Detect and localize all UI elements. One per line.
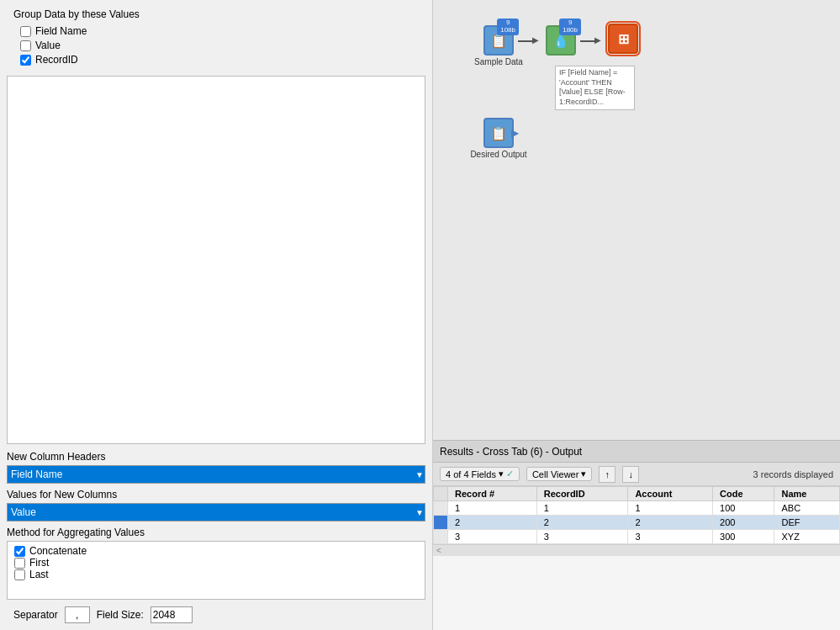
checkbox-recordid-input[interactable]	[20, 55, 31, 66]
table-cell-recordID: 1	[536, 501, 628, 516]
sort-up-icon: ↑	[605, 469, 610, 479]
cell-viewer-text: Cell Viewer	[532, 469, 578, 479]
horizontal-scrollbar[interactable]: <	[433, 544, 840, 556]
desired-output-label: Desired Output	[470, 150, 526, 159]
new-column-headers-select-wrapper: Field Name ▼	[7, 465, 425, 484]
separator-label: Separator	[13, 609, 58, 621]
sort-down-icon: ↓	[629, 469, 634, 479]
scroll-left: <	[436, 546, 441, 555]
first-checkbox[interactable]	[14, 558, 25, 569]
canvas-area[interactable]: 📋 9108b Sample Data ▶ 💧 9180b ▶ ⊞	[433, 0, 840, 440]
table-row[interactable]: 111100ABC	[434, 501, 840, 516]
formula-text: IF [Field Name] = 'Account' THEN [Value]…	[559, 68, 626, 106]
results-toolbar: 4 of 4 Fields ▾ ✓ Cell Viewer ▾ ↑ ↓ 3 re…	[433, 463, 840, 486]
checkbox-value-input[interactable]	[20, 40, 31, 51]
table-cell-name: XYZ	[774, 530, 840, 544]
cell-viewer-arrow: ▾	[581, 469, 586, 479]
row-indicator	[434, 516, 448, 530]
new-column-headers-label: New Column Headers	[7, 451, 425, 463]
results-section: 4 of 4 Fields ▾ ✓ Cell Viewer ▾ ↑ ↓ 3 re…	[433, 462, 840, 630]
col-recordid: RecordID	[536, 487, 628, 501]
table-body: 111100ABC222200DEF333300XYZ	[434, 501, 840, 544]
fields-dropdown-icon: ▾	[499, 469, 504, 479]
filter-node[interactable]: 💧 9180b	[536, 25, 586, 57]
first-label: First	[29, 557, 49, 569]
separator-input[interactable]	[65, 606, 90, 623]
table-cell-num: 2	[448, 516, 537, 530]
cross-tab-icon: ⊞	[618, 31, 629, 47]
fields-text: 4 of 4 Fields	[446, 469, 496, 479]
last-checkbox[interactable]	[14, 569, 25, 580]
records-info: 3 records displayed	[753, 469, 833, 479]
concatenate-option[interactable]: Concatenate	[14, 545, 418, 557]
row-indicator	[434, 501, 448, 516]
group-data-values-area	[7, 76, 425, 444]
new-column-headers-row: New Column Headers Field Name ▼	[7, 451, 425, 484]
table-cell-recordID: 2	[536, 516, 628, 530]
row-indicator	[434, 530, 448, 544]
col-account: Account	[628, 487, 713, 501]
table-cell-account: 3	[628, 530, 713, 544]
table-row[interactable]: 222200DEF	[434, 516, 840, 530]
results-title: Results - Cross Tab (6) - Output	[440, 446, 582, 458]
desired-output-node[interactable]: 📋 ▶ Desired Output	[473, 118, 524, 159]
table-cell-num: 1	[448, 501, 537, 516]
values-select-wrapper: Value ▼	[7, 503, 425, 521]
sample-data-label: Sample Data	[474, 57, 523, 66]
checkbox-value[interactable]: Value	[20, 40, 419, 51]
col-record-num: Record #	[448, 487, 537, 501]
formula-box: IF [Field Name] = 'Account' THEN [Value]…	[555, 66, 635, 110]
table-cell-code: 200	[713, 516, 774, 530]
filter-badge: 9180b	[559, 19, 581, 35]
results-table: Record # RecordID Account Code Name 1111…	[433, 486, 840, 544]
first-option[interactable]: First	[14, 557, 418, 569]
results-bar: Results - Cross Tab (6) - Output	[433, 440, 840, 462]
row-indicator-header	[434, 487, 448, 501]
new-column-headers-select[interactable]: Field Name	[7, 465, 425, 484]
table-row[interactable]: 333300XYZ	[434, 530, 840, 544]
col-code: Code	[713, 487, 774, 501]
values-for-new-columns-row: Values for New Columns Value ▼	[7, 489, 425, 521]
sample-data-badge: 9108b	[497, 19, 519, 35]
sort-up-button[interactable]: ↑	[599, 466, 615, 483]
connector-1	[518, 40, 535, 42]
cross-tab-node[interactable]: ⊞	[598, 24, 648, 56]
concatenate-checkbox[interactable]	[14, 546, 25, 557]
fieldsize-label: Field Size:	[97, 609, 144, 621]
aggregate-section: Method for Aggregating Values Concatenat…	[7, 527, 425, 600]
checkbox-recordid-label: RecordID	[35, 54, 78, 66]
last-label: Last	[29, 569, 49, 580]
table-cell-name: DEF	[774, 516, 840, 530]
cell-viewer-button[interactable]: Cell Viewer ▾	[526, 467, 592, 481]
table-cell-recordID: 3	[536, 530, 628, 544]
table-cell-account: 2	[628, 516, 713, 530]
group-data-title: Group Data by these Values	[7, 3, 425, 24]
concatenate-label: Concatenate	[29, 545, 87, 557]
separator-row: Separator Field Size:	[7, 603, 425, 627]
sort-down-button[interactable]: ↓	[622, 466, 639, 483]
checkbox-field-name-input[interactable]	[20, 26, 31, 37]
aggregate-box: Concatenate First Last	[7, 541, 425, 600]
checkbox-recordid[interactable]: RecordID	[20, 54, 419, 66]
values-for-new-columns-select[interactable]: Value	[7, 503, 425, 521]
table-cell-name: ABC	[774, 501, 840, 516]
table-cell-num: 3	[448, 530, 537, 544]
right-panel: 📋 9108b Sample Data ▶ 💧 9180b ▶ ⊞	[433, 0, 840, 630]
col-name: Name	[774, 487, 840, 501]
checkbox-value-label: Value	[35, 40, 61, 51]
last-option[interactable]: Last	[14, 569, 418, 580]
fields-check-icon: ✓	[506, 469, 514, 479]
checkbox-field-name[interactable]: Field Name	[20, 25, 419, 37]
fields-badge[interactable]: 4 of 4 Fields ▾ ✓	[440, 467, 520, 481]
connector-2	[580, 40, 597, 42]
checkbox-field-name-label: Field Name	[35, 25, 87, 37]
table-header-row: Record # RecordID Account Code Name	[434, 487, 840, 501]
fieldsize-input[interactable]	[151, 606, 193, 623]
table-cell-code: 300	[713, 530, 774, 544]
table-wrapper: Record # RecordID Account Code Name 1111…	[433, 486, 840, 544]
sample-data-node[interactable]: 📋 9108b Sample Data	[473, 25, 524, 66]
left-panel: Group Data by these Values Field Name Va…	[0, 0, 433, 630]
table-cell-code: 100	[713, 501, 774, 516]
desired-output-icon: 📋	[490, 125, 507, 141]
table-cell-account: 1	[628, 501, 713, 516]
